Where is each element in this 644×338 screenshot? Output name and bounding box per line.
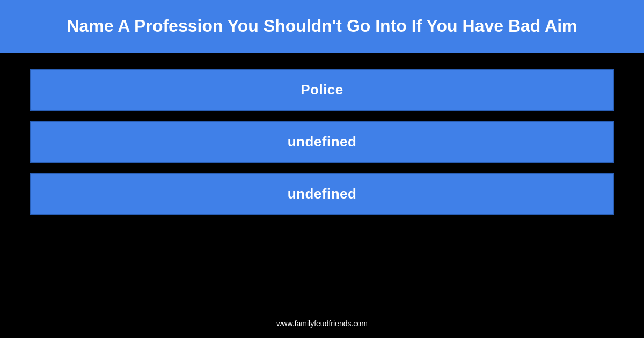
answer-row-1: Police [30, 69, 614, 111]
answer-text-1: Police [301, 82, 343, 98]
answers-list: Police undefined undefined [0, 53, 644, 215]
answer-row-3: undefined [30, 173, 614, 215]
question-header: Name A Profession You Shouldn't Go Into … [0, 0, 644, 53]
answer-row-2: undefined [30, 121, 614, 163]
question-title: Name A Profession You Shouldn't Go Into … [67, 16, 577, 35]
footer: www.familyfeudfriends.com [0, 319, 644, 328]
answer-text-3: undefined [288, 186, 357, 202]
answer-text-2: undefined [288, 134, 357, 150]
footer-url: www.familyfeudfriends.com [276, 319, 368, 328]
